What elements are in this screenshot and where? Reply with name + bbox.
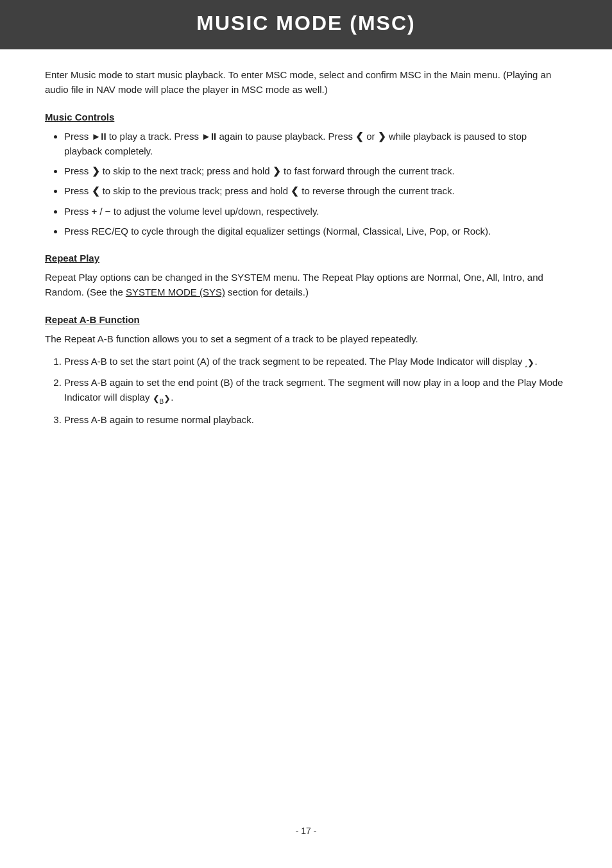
repeat-ab-heading: Repeat A-B Function: [45, 314, 567, 325]
left-chevron-3: ❮: [291, 185, 299, 196]
step-1: Press A-B to set the start point (A) of …: [64, 354, 567, 369]
music-controls-list: Press ►II to play a track. Press ►II aga…: [45, 129, 567, 239]
repeat-ab-steps: Press A-B to set the start point (A) of …: [45, 354, 567, 428]
repeat-play-section: Repeat Play Repeat Play options can be c…: [45, 253, 567, 300]
list-item: Press REC/EQ to cycle through the digita…: [64, 224, 567, 238]
music-controls-heading: Music Controls: [45, 112, 567, 122]
repeat-ab-intro: The Repeat A-B function allows you to se…: [45, 331, 567, 346]
step-2: Press A-B again to set the end point (B)…: [64, 375, 567, 406]
play-pause-symbol: ►II: [92, 131, 106, 142]
minus-symbol: −: [105, 206, 111, 217]
page-content: Enter Music mode to start music playback…: [0, 49, 612, 467]
indicator-ab-symbol: ❮B❯: [153, 394, 171, 403]
list-item: Press ❯ to skip to the next track; press…: [64, 163, 567, 178]
step-3: Press A-B again to resume normal playbac…: [64, 412, 567, 427]
right-chevron: ❯: [378, 131, 386, 142]
list-item: Press ❮ to skip to the previous track; p…: [64, 183, 567, 198]
left-chevron: ❮: [355, 131, 364, 142]
right-chevron-2: ❯: [92, 165, 100, 176]
system-mode-link: SYSTEM MODE (SYS): [126, 287, 225, 297]
indicator-a-symbol: ‸❯: [525, 358, 534, 367]
right-chevron-3: ❯: [273, 165, 281, 176]
list-item: Press + / − to adjust the volume level u…: [64, 204, 567, 219]
left-chevron-2: ❮: [92, 185, 100, 196]
music-controls-section: Music Controls Press ►II to play a track…: [45, 112, 567, 239]
page-number: - 17 -: [296, 826, 317, 836]
plus-symbol: +: [92, 206, 98, 217]
repeat-play-heading: Repeat Play: [45, 253, 567, 263]
repeat-ab-section: Repeat A-B Function The Repeat A-B funct…: [45, 314, 567, 428]
list-item: Press ►II to play a track. Press ►II aga…: [64, 129, 567, 159]
play-pause-symbol-2: ►II: [201, 131, 216, 142]
page-footer: - 17 -: [0, 813, 612, 849]
page-header: MUSIC MODE (MSC): [0, 0, 612, 49]
intro-paragraph: Enter Music mode to start music playback…: [45, 67, 567, 97]
repeat-play-text: Repeat Play options can be changed in th…: [45, 270, 567, 300]
page-title: MUSIC MODE (MSC): [26, 12, 586, 35]
